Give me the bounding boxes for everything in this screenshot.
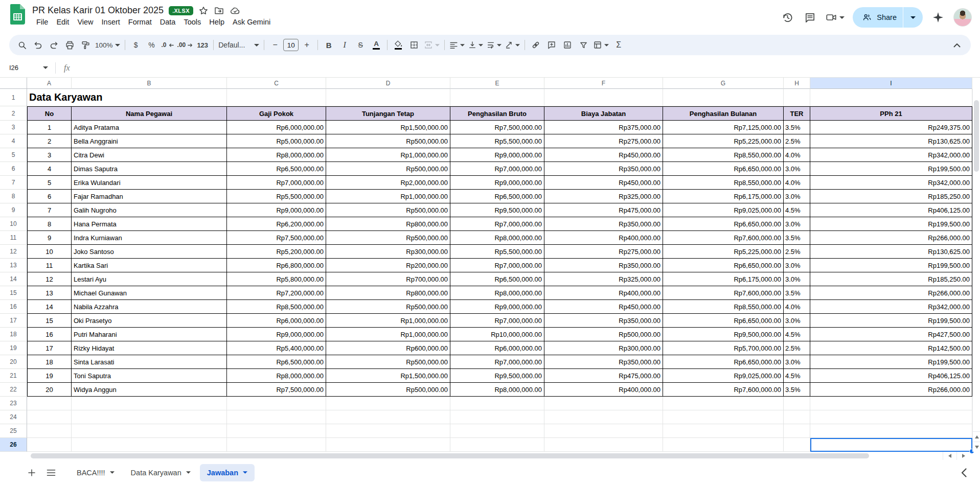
cell[interactable]: Aditya Pratama [72, 121, 227, 134]
bold-button[interactable]: B [321, 37, 336, 53]
cell[interactable] [27, 438, 72, 452]
cell[interactable]: 18 [27, 355, 72, 369]
cell[interactable]: Rp475,000.00 [544, 203, 663, 217]
select-all-corner[interactable] [0, 78, 27, 89]
menu-data[interactable]: Data [156, 16, 180, 28]
cell[interactable]: Rp9,500,000.00 [663, 328, 784, 341]
cell[interactable]: 3.5% [784, 121, 810, 134]
cell[interactable]: Penghasilan Bulanan [663, 106, 784, 121]
decrease-font-size-button[interactable]: − [267, 37, 283, 53]
cell[interactable]: 1 [27, 121, 72, 134]
cell[interactable]: Rp275,000.00 [544, 245, 663, 259]
cell[interactable] [544, 438, 663, 452]
cell[interactable]: Rp8,000,000.00 [227, 148, 326, 162]
cell[interactable]: Rp9,000,000.00 [450, 300, 544, 314]
column-header-e[interactable]: E [450, 78, 544, 89]
row-header-9[interactable]: 9 [0, 203, 27, 217]
cell[interactable]: Rp350,000.00 [544, 355, 663, 369]
name-box-caret-icon[interactable] [43, 66, 48, 69]
cell[interactable] [450, 397, 544, 410]
cell[interactable]: Nabila Azzahra [72, 300, 227, 314]
cell[interactable]: Rizky Hidayat [72, 341, 227, 355]
cell[interactable]: Widya Anggun [72, 383, 227, 397]
cell[interactable]: Rp500,000.00 [326, 162, 450, 176]
cell[interactable]: Rp9,000,000.00 [450, 148, 544, 162]
cell[interactable]: Rp600,000.00 [326, 341, 450, 355]
cell[interactable]: 8 [27, 217, 72, 231]
cell[interactable]: Rp500,000.00 [326, 300, 450, 314]
cell[interactable]: Rp5,500,000.00 [450, 134, 544, 148]
paint-format-icon[interactable] [78, 37, 93, 53]
row-header-10[interactable]: 10 [0, 217, 27, 231]
scroll-right-icon[interactable] [956, 452, 970, 460]
cell[interactable]: Rp275,000.00 [544, 134, 663, 148]
cell[interactable]: Michael Gunawan [72, 286, 227, 300]
row-header-23[interactable]: 23 [0, 397, 27, 410]
cell[interactable]: Rp9,025,000.00 [663, 369, 784, 383]
cell[interactable]: Rp6,000,000.00 [227, 314, 326, 328]
cell[interactable]: Rp6,650,000.00 [663, 314, 784, 328]
cell[interactable] [326, 424, 450, 438]
cell[interactable]: Toni Saputra [72, 369, 227, 383]
cell[interactable]: Rp185,250.00 [810, 272, 972, 286]
cell[interactable]: Rp8,000,000.00 [227, 369, 326, 383]
cell[interactable]: Sinta Larasati [72, 355, 227, 369]
cell[interactable]: Rp130,625.00 [810, 245, 972, 259]
cell[interactable] [784, 424, 810, 438]
cell[interactable]: Rp5,225,000.00 [663, 134, 784, 148]
cell[interactable]: 3.0% [784, 259, 810, 272]
cell[interactable]: Rp475,000.00 [544, 369, 663, 383]
cell[interactable]: Rp6,200,000.00 [227, 217, 326, 231]
cell[interactable]: Rp200,000.00 [326, 259, 450, 272]
cell[interactable]: 15 [27, 314, 72, 328]
cell[interactable] [663, 410, 784, 424]
cell[interactable]: Rp6,650,000.00 [663, 259, 784, 272]
cell[interactable] [326, 397, 450, 410]
redo-icon[interactable] [46, 37, 61, 53]
row-header-13[interactable]: 13 [0, 259, 27, 272]
spreadsheet-grid[interactable]: ABCDEFGHI1Data Karyawan2NoNama PegawaiGa… [0, 78, 972, 452]
row-header-5[interactable]: 5 [0, 148, 27, 162]
cloud-check-icon[interactable] [230, 6, 241, 16]
borders-icon[interactable] [406, 37, 422, 53]
sheet-tab-caret-icon[interactable] [186, 471, 191, 474]
cell[interactable]: 20 [27, 383, 72, 397]
cell[interactable]: Joko Santoso [72, 245, 227, 259]
cell[interactable]: Rp199,500.00 [810, 259, 972, 272]
cell[interactable]: 4.0% [784, 176, 810, 190]
cell[interactable]: Rp7,600,000.00 [663, 286, 784, 300]
cell[interactable]: Rp7,000,000.00 [450, 259, 544, 272]
cell[interactable]: Rp7,500,000.00 [227, 383, 326, 397]
menu-view[interactable]: View [73, 16, 97, 28]
cell[interactable]: Rp6,500,000.00 [227, 162, 326, 176]
cell[interactable]: Data Karyawan [27, 89, 72, 106]
cell[interactable]: Rp6,650,000.00 [663, 355, 784, 369]
row-header-21[interactable]: 21 [0, 369, 27, 383]
comments-icon[interactable] [803, 10, 817, 25]
cell[interactable]: Rp350,000.00 [544, 314, 663, 328]
video-call-button[interactable] [825, 12, 845, 23]
cell[interactable]: Kartika Sari [72, 259, 227, 272]
sheets-logo-icon[interactable] [10, 4, 25, 25]
cell[interactable]: Rp300,000.00 [544, 341, 663, 355]
cell[interactable]: Rp450,000.00 [544, 148, 663, 162]
row-header-2[interactable]: 2 [0, 106, 27, 121]
add-sheet-icon[interactable] [24, 465, 40, 481]
hide-toolbar-icon[interactable] [953, 43, 961, 48]
cell[interactable]: Rp249,375.00 [810, 121, 972, 134]
cell[interactable]: Rp375,000.00 [544, 121, 663, 134]
cell[interactable]: Rp7,000,000.00 [450, 162, 544, 176]
cell[interactable]: Rp500,000.00 [326, 231, 450, 245]
insert-link-icon[interactable] [528, 37, 543, 53]
cell[interactable]: Lestari Ayu [72, 272, 227, 286]
vertical-align-select[interactable] [467, 37, 485, 53]
column-header-g[interactable]: G [663, 78, 784, 89]
fill-color-button[interactable] [391, 37, 406, 53]
cell[interactable]: Rp6,800,000.00 [227, 259, 326, 272]
cell[interactable] [227, 424, 326, 438]
italic-button[interactable]: I [337, 37, 352, 53]
cell[interactable]: 12 [27, 272, 72, 286]
cell[interactable]: Rp6,500,000.00 [450, 190, 544, 203]
cell[interactable]: Rp406,125.00 [810, 203, 972, 217]
sheet-tab-baca-[interactable]: BACA!!!! [70, 464, 122, 481]
